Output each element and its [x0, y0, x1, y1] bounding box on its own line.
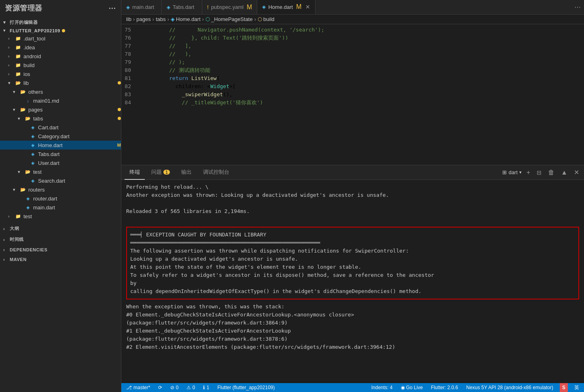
tab-home-modified: M [296, 3, 301, 11]
test-root-arrow [8, 214, 15, 219]
status-errors[interactable]: ⊘ 0 [169, 385, 180, 390]
tab-home-close-icon[interactable]: ✕ [305, 4, 310, 10]
breadcrumb-homestate[interactable]: _HomePageState [211, 16, 253, 22]
pages-arrow [13, 107, 19, 112]
pages-label: pages [28, 107, 116, 113]
terminal-line-reloaded: Reloaded 3 of 565 libraries in 2,194ms. [126, 207, 579, 215]
breadcrumb-tabs[interactable]: tabs [156, 16, 166, 22]
tab-pubspec-warning-icon: ! [207, 4, 209, 11]
breadcrumb-sep-1: › [133, 16, 135, 22]
status-indent[interactable]: Indents: 4 [370, 383, 394, 392]
status-info[interactable]: ℹ 1 [201, 385, 211, 390]
timeline-label: 时间线 [10, 236, 24, 242]
panel-close-icon[interactable]: ✕ [572, 168, 581, 177]
panel-tab-debug-console[interactable]: 调试控制台 [198, 165, 234, 180]
android-icon: 📁 [15, 53, 22, 60]
tree-tabs-dart[interactable]: ◈ Tabs.dart [0, 150, 121, 158]
status-flutter[interactable]: Flutter (flutter_app202109) [216, 385, 276, 390]
panel-tab-terminal-label: 终端 [129, 169, 140, 176]
tree-routers[interactable]: 📂 routers [0, 185, 121, 194]
status-sync[interactable]: ⟳ [157, 385, 164, 390]
section-open-editors[interactable]: 打开的编辑器 [0, 18, 121, 27]
tab-overflow-icon[interactable]: ⋯ [571, 3, 584, 11]
exception-separator: ════════════════════════════════════════… [130, 239, 575, 247]
tree-test-pages[interactable]: 📂 test [0, 167, 121, 176]
tree-test-root[interactable]: 📁 test [0, 212, 121, 221]
breadcrumb: lib › pages › tabs › ◈ Home.dart › ⬡ _Ho… [121, 15, 584, 24]
tab-main-dart[interactable]: ◈ main.dart [121, 0, 162, 15]
routers-arrow [13, 187, 19, 192]
sidebar-title: 资源管理器 ⋯ [0, 0, 121, 16]
router-icon: ◈ [24, 195, 32, 202]
section-outline[interactable]: 大纲 [0, 224, 121, 233]
tree-router-dart[interactable]: ◈ router.dart [0, 194, 121, 203]
tree-android[interactable]: 📁 android [0, 52, 121, 61]
status-golive[interactable]: ◉ Go Live [399, 383, 425, 392]
tree-idea[interactable]: 📁 .idea [0, 43, 121, 52]
line-num-79: 79 [121, 58, 138, 66]
tree-pages[interactable]: 📂 pages [0, 105, 121, 114]
status-input-method[interactable]: S [560, 383, 568, 392]
ios-label: ios [23, 71, 121, 77]
status-warnings[interactable]: ⚠ 0 [185, 385, 197, 390]
tabs-icon: 📂 [24, 115, 32, 122]
terminal-icon: ⊞ [502, 169, 507, 175]
panel-add-terminal-icon[interactable]: + [525, 168, 532, 177]
panel-trash-icon[interactable]: 🗑 [546, 168, 556, 177]
section-timeline[interactable]: 时间线 [0, 235, 121, 244]
panel-tab-terminal[interactable]: 终端 [125, 165, 145, 180]
tab-tabs-dart[interactable]: ◈ Tabs.dart [162, 0, 202, 15]
build-label: build [23, 62, 121, 68]
panel-split-icon[interactable]: ⊟ [535, 169, 543, 177]
home-label: Home.dart [38, 142, 116, 148]
others-arrow [13, 89, 19, 95]
open-editors-label: 打开的编辑器 [10, 19, 38, 25]
tree-tabs[interactable]: 📂 tabs [0, 114, 121, 123]
tree-build[interactable]: 📁 build [0, 61, 121, 70]
panel-tabs: 终端 问题 1 输出 调试控制台 ⊞ dart ▾ [121, 165, 584, 180]
status-right: Indents: 4 ◉ Go Live Flutter: 2.0.6 Nexu… [370, 383, 581, 392]
project-root[interactable]: FLUTTER_APP202109 [0, 27, 121, 34]
breadcrumb-build[interactable]: build [263, 16, 274, 22]
tree-dart-tool[interactable]: 📁 .dart_tool [0, 34, 121, 43]
maven-label: MAVEN [10, 257, 27, 262]
line-num-84: 84 [121, 99, 138, 107]
open-editors-arrow [3, 20, 10, 25]
panel-tab-problems[interactable]: 问题 1 [146, 165, 175, 180]
tree-ios[interactable]: 📁 ios [0, 70, 121, 78]
pages-icon: 📂 [19, 106, 27, 113]
lib-icon: 📂 [15, 79, 22, 86]
category-icon: ◈ [29, 133, 36, 140]
panel-maximize-icon[interactable]: ▲ [559, 168, 569, 177]
tree-cart-dart[interactable]: ◈ Cart.dart [0, 123, 121, 132]
status-flutter-version[interactable]: Flutter: 2.0.6 [429, 383, 459, 392]
section-dependencies[interactable]: DEPENDENCIES [0, 246, 121, 254]
sidebar-more-icon[interactable]: ⋯ [108, 4, 116, 13]
tab-home-dart[interactable]: ◈ Home.dart M ✕ [257, 0, 315, 15]
status-branch[interactable]: ⎇ master* [125, 385, 152, 390]
tree-category-dart[interactable]: ◈ Category.dart [0, 132, 121, 141]
section-maven[interactable]: MAVEN [0, 255, 121, 263]
breadcrumb-pages[interactable]: pages [136, 16, 150, 22]
tree-home-dart[interactable]: ◈ Home.dart M [0, 141, 121, 150]
breadcrumb-home-dart[interactable]: Home.dart [176, 16, 201, 22]
project-root-label: FLUTTER_APP202109 [10, 28, 60, 33]
panel-tab-output[interactable]: 输出 [176, 165, 197, 180]
main01md-label: main01.md [33, 98, 121, 104]
tree-main01md[interactable]: ↓ main01.md [0, 96, 121, 105]
tree-search-dart[interactable]: ◈ Search.dart [0, 176, 121, 185]
tab-pubspec-yaml[interactable]: ! pubspec.yaml M [202, 0, 257, 15]
line-code-83: _swiperWidget(), [138, 91, 584, 99]
terminal-content[interactable]: Performing hot reload... \ Another excep… [121, 180, 584, 383]
editor-area[interactable]: 75 // Navigator.pushNamed(context, '/sea… [121, 24, 584, 165]
tree-user-dart[interactable]: ◈ User.dart [0, 158, 121, 167]
panel-terminal-selector[interactable]: ⊞ dart ▾ [502, 169, 521, 175]
tree-others[interactable]: 📂 others [0, 87, 121, 96]
tab-bar: ◈ main.dart ◈ Tabs.dart ! pubspec.yaml M… [121, 0, 584, 15]
breadcrumb-lib[interactable]: lib [126, 16, 131, 22]
tree-main-dart-lib[interactable]: ◈ main.dart [0, 203, 121, 212]
status-language[interactable]: 英 [573, 383, 581, 392]
tree-lib[interactable]: 📂 lib [0, 78, 121, 87]
dependencies-arrow [3, 247, 10, 252]
status-device[interactable]: Nexus 5Y API 28 (android-x86 emulator) [465, 383, 555, 392]
